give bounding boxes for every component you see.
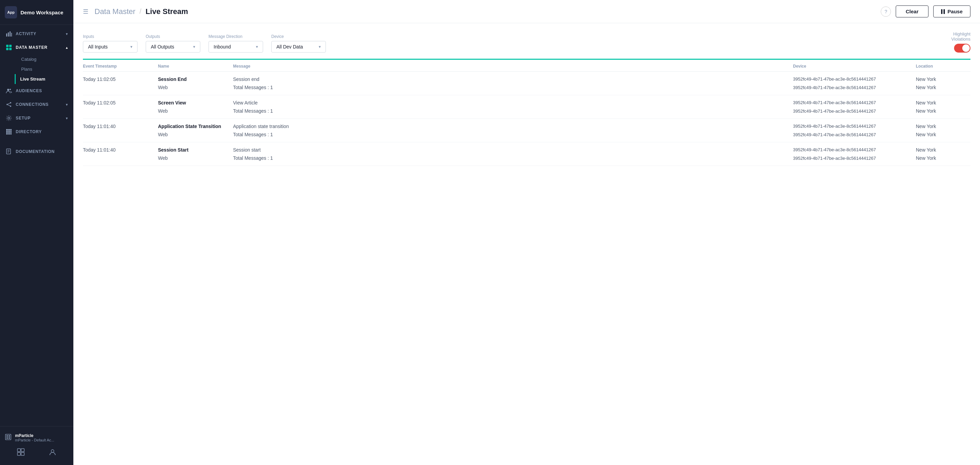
cell-location: New York [916, 124, 970, 129]
sidebar-item-setup-label: SETUP [16, 116, 31, 121]
svg-rect-19 [6, 131, 8, 133]
inputs-filter-group: Inputs All Inputs ▾ [83, 34, 137, 53]
table-row[interactable]: Today 11:01:40 Session Start Session sta… [83, 142, 970, 166]
sidebar-footer: mParticle mParticle - Default Ac... [0, 426, 73, 465]
svg-rect-0 [6, 33, 7, 37]
col-device: Device [793, 64, 916, 68]
sidebar-item-audiences[interactable]: AUDIENCES [0, 84, 73, 98]
table: Event Timestamp Name Message Device Loca… [83, 60, 970, 166]
chevron-down-icon-connections: ▾ [66, 103, 68, 107]
table-rows: Today 11:02:05 Session End Session end 3… [83, 72, 970, 166]
direction-select-value: Inbound [213, 44, 253, 49]
table-row[interactable]: Today 11:02:05 Screen View View Article … [83, 95, 970, 119]
device-select[interactable]: All Dev Data ▾ [271, 41, 326, 53]
cell-sub-message: Total Messages : 1 [233, 108, 793, 114]
help-button[interactable]: ? [881, 6, 891, 17]
footer-user-icon[interactable] [46, 447, 59, 459]
cell-name: Application State Transition [158, 124, 233, 129]
svg-rect-30 [6, 435, 8, 437]
cell-location: New York [916, 76, 970, 82]
breadcrumb-parent: Data Master [94, 7, 135, 16]
table-row[interactable]: Today 11:02:05 Session End Session end 3… [83, 72, 970, 95]
sidebar-item-data-master[interactable]: DATA MASTER ▴ [0, 41, 73, 54]
breadcrumb-separator: / [140, 8, 142, 15]
people-icon [5, 88, 12, 94]
sidebar-item-documentation[interactable]: DOCUMENTATION [0, 145, 73, 158]
col-name: Name [158, 64, 233, 68]
cell-timestamp: Today 11:02:05 [83, 76, 158, 82]
share-icon [5, 101, 12, 108]
footer-grid-icon[interactable] [14, 447, 27, 459]
toggle-knob [962, 45, 970, 52]
cell-message: Application state transition [233, 124, 793, 129]
cell-timestamp: Today 11:01:40 [83, 147, 158, 153]
svg-rect-21 [10, 131, 11, 133]
cell-timestamp: Today 11:02:05 [83, 100, 158, 105]
sidebar-item-documentation-label: DOCUMENTATION [16, 149, 55, 154]
outputs-filter-group: Outputs All Outputs ▾ [146, 34, 200, 53]
svg-rect-1 [8, 32, 9, 37]
svg-rect-32 [6, 437, 8, 439]
svg-rect-7 [9, 48, 11, 50]
highlight-toggle[interactable] [954, 44, 970, 53]
outputs-select[interactable]: All Outputs ▾ [146, 41, 200, 53]
building-icon [5, 433, 11, 442]
device-select-value: All Dev Data [277, 44, 316, 49]
nav-section: ACTIVITY ▾ DATA MASTER ▴ Catalog Plans L… [0, 25, 73, 141]
svg-point-38 [51, 450, 54, 452]
content-area: Inputs All Inputs ▾ Outputs All Outputs … [73, 23, 980, 465]
grid-icon [5, 44, 12, 51]
col-message: Message [233, 64, 793, 68]
cell-sub-name: Web [158, 155, 233, 161]
svg-line-13 [8, 103, 10, 104]
sidebar-item-connections[interactable]: CONNECTIONS ▾ [0, 98, 73, 111]
svg-rect-5 [9, 45, 11, 47]
sidebar-item-plans[interactable]: Plans [16, 64, 73, 74]
clear-button[interactable]: Clear [896, 5, 929, 18]
doc-icon [5, 148, 12, 155]
pause-icon [941, 9, 945, 14]
cell-message: Session start [233, 147, 793, 153]
sidebar-item-setup[interactable]: SETUP ▾ [0, 111, 73, 125]
highlight-label: Highlight Violations [951, 32, 970, 41]
cell-timestamp: Today 11:01:40 [83, 124, 158, 129]
sidebar: App Demo Workspace ACTIVITY ▾ [0, 0, 73, 465]
cell-device: 3952fc49-4b71-47be-ac3e-8c5614441267 [793, 124, 916, 129]
footer-user: mParticle mParticle - Default Ac... [5, 430, 68, 445]
breadcrumb: Data Master / Live Stream [94, 7, 188, 16]
svg-rect-3 [11, 33, 12, 37]
sidebar-item-live-stream[interactable]: Live Stream [15, 74, 73, 84]
cell-sub-message: Total Messages : 1 [233, 132, 793, 137]
sidebar-header: App Demo Workspace [0, 0, 73, 25]
cell-device: 3952fc49-4b71-47be-ac3e-8c5614441267 [793, 100, 916, 105]
direction-select[interactable]: Inbound ▾ [208, 41, 263, 53]
sidebar-item-directory[interactable]: DIRECTORY [0, 125, 73, 139]
sidebar-item-catalog[interactable]: Catalog [16, 54, 73, 64]
svg-point-12 [6, 104, 8, 105]
topbar: ☰ Data Master / Live Stream ? Clear Paus… [73, 0, 980, 23]
chevron-up-icon: ▴ [66, 46, 68, 49]
sidebar-item-directory-label: DIRECTORY [16, 129, 42, 134]
cell-name: Session End [158, 76, 233, 82]
breadcrumb-current: Live Stream [145, 7, 188, 16]
svg-rect-23 [8, 133, 10, 135]
cell-device: 3952fc49-4b71-47be-ac3e-8c5614441267 [793, 76, 916, 81]
inputs-select[interactable]: All Inputs ▾ [83, 41, 137, 53]
svg-point-10 [10, 102, 11, 104]
cell-sub-name: Web [158, 85, 233, 90]
cell-sub-location: New York [916, 85, 970, 90]
device-label: Device [271, 34, 326, 39]
cell-sub-device: 3952fc49-4b71-47be-ac3e-8c5614441267 [793, 108, 916, 114]
pause-button[interactable]: Pause [933, 5, 970, 18]
cell-sub-name: Web [158, 132, 233, 137]
svg-rect-18 [10, 129, 11, 131]
svg-point-11 [10, 105, 11, 107]
menu-icon[interactable]: ☰ [83, 8, 88, 15]
cell-message: View Article [233, 100, 793, 105]
cell-sub-device: 3952fc49-4b71-47be-ac3e-8c5614441267 [793, 132, 916, 137]
col-timestamp: Event Timestamp [83, 64, 158, 68]
svg-rect-33 [8, 437, 10, 439]
sidebar-item-activity[interactable]: ACTIVITY ▾ [0, 27, 73, 41]
table-row[interactable]: Today 11:01:40 Application State Transit… [83, 119, 970, 142]
svg-rect-29 [5, 434, 11, 440]
